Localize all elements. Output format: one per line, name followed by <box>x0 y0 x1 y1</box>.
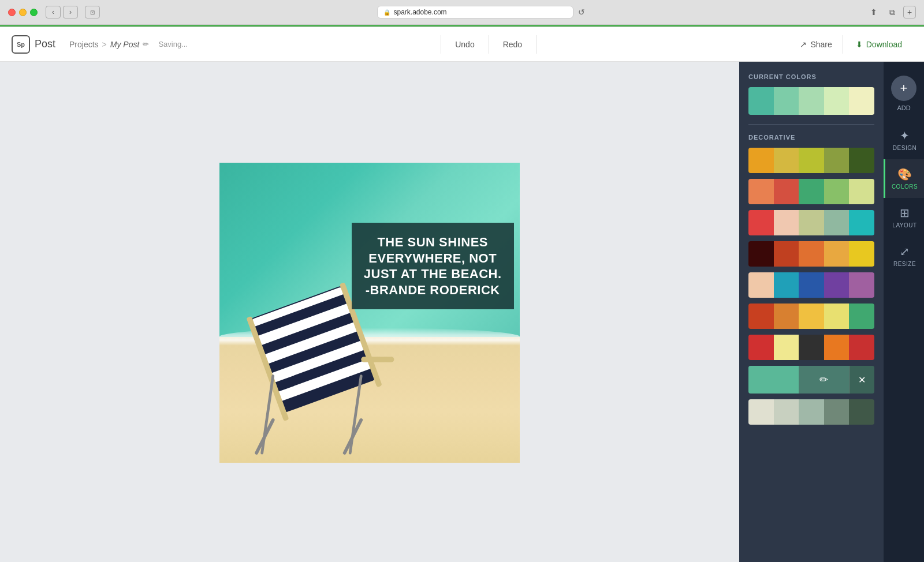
saving-status: Saving... <box>158 40 188 48</box>
titlebar: ‹ › ⊡ 🔒 spark.adobe.com ↺ ⬆ ⧉ + <box>0 0 924 25</box>
post-canvas[interactable]: THE SUN SHINES EVERYWHERE, NOT JUST AT T… <box>219 163 520 463</box>
ps-1-1 <box>748 148 774 173</box>
share-label: Share <box>810 40 832 49</box>
nav-buttons: ‹ › <box>46 6 78 18</box>
svg-line-10 <box>262 376 273 452</box>
new-tab-button[interactable]: + <box>903 6 916 18</box>
header-actions: ↗ Share ⬇ Download <box>789 35 912 54</box>
ps-8-2 <box>774 399 799 425</box>
reload-button[interactable]: ↺ <box>578 8 585 17</box>
sidebar-item-resize[interactable]: ⤢ RESIZE <box>884 237 924 275</box>
swatch-1 <box>748 87 774 115</box>
edit-title-icon[interactable]: ✏ <box>143 40 149 48</box>
ps-4-3 <box>799 241 824 267</box>
header-center: Undo Redo <box>188 35 789 54</box>
ps-7-5 <box>849 335 874 360</box>
close-button[interactable] <box>8 9 16 16</box>
ps-5-2 <box>774 272 799 298</box>
progress-bar <box>0 25 924 27</box>
current-colors-title: CURRENT COLORS <box>748 73 874 80</box>
ps-4-1 <box>748 241 774 267</box>
ps-1-2 <box>774 148 799 173</box>
ps-6-2 <box>774 304 799 329</box>
palette-row-2[interactable] <box>748 179 874 204</box>
back-button[interactable]: ‹ <box>46 6 61 18</box>
palette-row-3[interactable] <box>748 210 874 235</box>
canvas-area: THE SUN SHINES EVERYWHERE, NOT JUST AT T… <box>0 62 739 562</box>
ps-6-5 <box>849 304 874 329</box>
palette-row-7[interactable] <box>748 335 874 360</box>
palette-row-8[interactable] <box>748 399 874 425</box>
maximize-button[interactable] <box>30 9 38 16</box>
tab-overview-button[interactable]: ⧉ <box>885 6 900 18</box>
sidebar-item-layout[interactable]: ⊞ LAYOUT <box>884 198 924 237</box>
breadcrumb-separator: > <box>102 40 107 49</box>
ps-7-3 <box>799 335 824 360</box>
sidebar-item-design[interactable]: ✦ DESIGN <box>884 121 924 159</box>
palette-row-5[interactable] <box>748 272 874 298</box>
breadcrumb: Projects > My Post ✏ <box>69 40 149 49</box>
ps-6-4 <box>824 304 850 329</box>
swatch-4 <box>824 87 850 115</box>
custom-palette-bg <box>748 366 799 394</box>
design-label: DESIGN <box>893 145 916 151</box>
minimize-button[interactable] <box>19 9 27 16</box>
breadcrumb-current: My Post <box>110 40 140 49</box>
forward-button[interactable]: › <box>63 6 78 18</box>
edit-palette-icon[interactable]: ✏ <box>799 373 849 386</box>
ps-2-3 <box>799 179 824 204</box>
logo-box: Sp <box>12 35 30 54</box>
ps-7-1 <box>748 335 774 360</box>
ps-5-5 <box>849 272 874 298</box>
delete-palette-button[interactable]: ✕ <box>849 366 874 394</box>
resize-icon: ⤢ <box>900 245 910 258</box>
ps-7-2 <box>774 335 799 360</box>
custom-palette-row[interactable]: ✏ ✕ <box>748 366 874 394</box>
ps-1-5 <box>849 148 874 173</box>
current-palette[interactable] <box>748 87 874 115</box>
ps-2-5 <box>849 179 874 204</box>
svg-rect-12 <box>361 357 394 362</box>
address-bar-area: 🔒 spark.adobe.com ↺ <box>105 6 857 18</box>
share-browser-button[interactable]: ⬆ <box>866 6 881 18</box>
download-icon: ⬇ <box>856 40 863 49</box>
share-icon: ↗ <box>800 40 807 49</box>
ps-8-1 <box>748 399 774 425</box>
quote-box: THE SUN SHINES EVERYWHERE, NOT JUST AT T… <box>352 223 514 309</box>
ps-8-4 <box>824 399 850 425</box>
ps-1-4 <box>824 148 850 173</box>
swatch-2 <box>774 87 799 115</box>
quote-line4: -BRANDE RODERICK <box>366 283 500 297</box>
swatch-5 <box>849 87 874 115</box>
redo-button[interactable]: Redo <box>489 35 536 54</box>
breadcrumb-projects[interactable]: Projects <box>69 40 99 49</box>
layout-label: LAYOUT <box>892 222 916 228</box>
ps-2-1 <box>748 179 774 204</box>
ps-3-4 <box>824 210 850 235</box>
url-text: spark.adobe.com <box>394 8 447 16</box>
ps-6-1 <box>748 304 774 329</box>
download-button[interactable]: ⬇ Download <box>845 35 912 54</box>
layout-icon: ⊞ <box>900 206 910 220</box>
ps-3-5 <box>849 210 874 235</box>
window-toggle-button[interactable]: ⊡ <box>85 6 100 18</box>
undo-button[interactable]: Undo <box>441 35 489 54</box>
ps-8-5 <box>849 399 874 425</box>
add-button[interactable]: + <box>891 76 916 101</box>
share-button[interactable]: ↗ Share <box>789 35 843 54</box>
ps-3-2 <box>774 210 799 235</box>
ps-3-1 <box>748 210 774 235</box>
sidebar-item-colors[interactable]: 🎨 COLORS <box>884 159 924 198</box>
palette-row-6[interactable] <box>748 304 874 329</box>
palette-row-4[interactable] <box>748 241 874 267</box>
decorative-title: DECORATIVE <box>748 134 874 141</box>
ps-8-3 <box>799 399 824 425</box>
ps-4-4 <box>824 241 850 267</box>
address-bar[interactable]: 🔒 spark.adobe.com <box>377 6 573 18</box>
palette-row-1[interactable] <box>748 148 874 173</box>
resize-label: RESIZE <box>893 261 916 267</box>
ps-5-1 <box>748 272 774 298</box>
app-name: Post <box>35 38 55 50</box>
add-label: ADD <box>897 104 910 111</box>
colors-panel: CURRENT COLORS DECORATIVE <box>739 62 884 562</box>
